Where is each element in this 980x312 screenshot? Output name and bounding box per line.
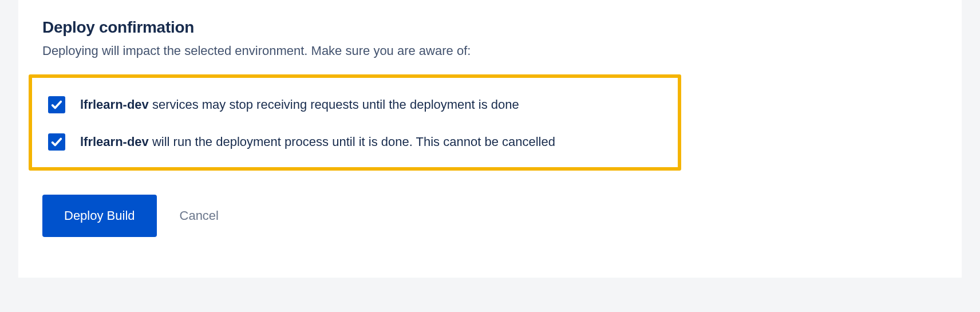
dialog-title: Deploy confirmation	[42, 18, 938, 37]
checkmark-icon	[50, 98, 63, 111]
checkbox-label-services-stop: lfrlearn-dev services may stop receiving…	[80, 96, 519, 114]
dialog-description: Deploying will impact the selected envir…	[42, 44, 938, 58]
confirmation-highlight-box: lfrlearn-dev services may stop receiving…	[29, 74, 681, 171]
checkmark-icon	[50, 136, 63, 148]
checkbox-cannot-cancel[interactable]	[48, 133, 65, 151]
cancel-button[interactable]: Cancel	[180, 208, 219, 223]
checkbox-text-1: services may stop receiving requests unt…	[149, 97, 519, 112]
button-row: Deploy Build Cancel	[42, 195, 938, 237]
checkbox-label-cannot-cancel: lfrlearn-dev will run the deployment pro…	[80, 133, 555, 151]
checkbox-text-2: will run the deployment process until it…	[149, 135, 555, 149]
checkbox-row-services-stop: lfrlearn-dev services may stop receiving…	[48, 96, 661, 114]
deploy-confirmation-dialog: Deploy confirmation Deploying will impac…	[18, 0, 962, 278]
checkbox-row-cannot-cancel: lfrlearn-dev will run the deployment pro…	[48, 133, 661, 151]
checkbox-services-stop[interactable]	[48, 96, 65, 113]
env-name-1: lfrlearn-dev	[80, 97, 149, 112]
deploy-build-button[interactable]: Deploy Build	[42, 195, 157, 237]
env-name-2: lfrlearn-dev	[80, 135, 149, 149]
